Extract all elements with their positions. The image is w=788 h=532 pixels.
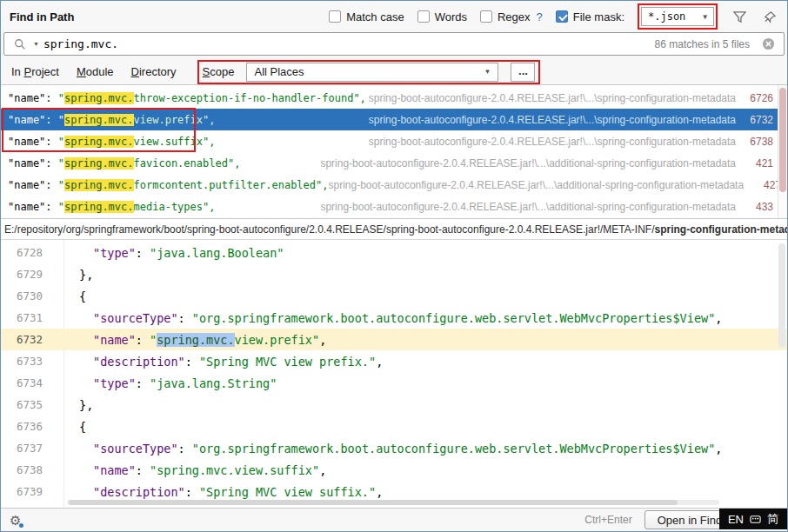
dialog-title: Find in Path bbox=[10, 10, 74, 23]
line-number: 6733 bbox=[1, 355, 53, 368]
match-highlight: spring.mvc. bbox=[64, 157, 133, 170]
settings-gear-icon[interactable]: ⚙ bbox=[10, 514, 21, 527]
result-line-number: 6738 bbox=[744, 136, 773, 148]
ime-en-label: EN bbox=[728, 513, 744, 526]
result-line-number: 433 bbox=[744, 201, 773, 213]
search-history-chevron-icon[interactable]: ▼ bbox=[33, 41, 39, 47]
match-highlight: spring.mvc. bbox=[64, 92, 133, 104]
line-number: 6732 bbox=[1, 333, 53, 346]
search-icon[interactable] bbox=[11, 36, 29, 53]
code-line-current[interactable]: 6732"name": "spring.mvc.view.prefix", bbox=[1, 329, 787, 350]
regex-help-link[interactable]: ? bbox=[537, 10, 543, 23]
line-number: 6729 bbox=[1, 268, 53, 281]
find-in-path-dialog: Find in Path Match case Words Regex ? Fi… bbox=[0, 0, 788, 532]
result-line-number: 421 bbox=[744, 157, 773, 170]
result-row[interactable]: "name": "spring.mvc.favicon.enabled", sp… bbox=[1, 152, 787, 174]
match-highlight: spring.mvc. bbox=[64, 179, 133, 191]
line-number: 6735 bbox=[1, 398, 53, 411]
results-scrollbar-thumb[interactable] bbox=[779, 88, 786, 192]
results-scrollbar[interactable] bbox=[778, 85, 787, 218]
result-row[interactable]: "name": "spring.mvc.view.suffix", spring… bbox=[1, 130, 787, 152]
file-mask-option[interactable]: File mask: bbox=[556, 10, 624, 23]
search-input[interactable]: ▼ spring.mvc. 86 matches in 5 files bbox=[3, 32, 785, 56]
horizontal-scrollbar-thumb[interactable] bbox=[69, 500, 678, 505]
code-preview[interactable]: 6728"type": "java.lang.Boolean" 6729}, 6… bbox=[1, 240, 787, 507]
match-case-label: Match case bbox=[346, 10, 404, 23]
match-case-checkbox[interactable] bbox=[329, 10, 341, 23]
regex-option[interactable]: Regex ? bbox=[480, 10, 543, 23]
code-line[interactable]: 6733"description": "Spring MVC view pref… bbox=[1, 350, 787, 372]
search-query-text[interactable]: spring.mvc. bbox=[43, 37, 118, 50]
preview-file-name: spring-configuration-metadata bbox=[654, 223, 787, 236]
result-summary: 86 matches in 5 files bbox=[655, 38, 755, 50]
filter-icon[interactable] bbox=[731, 8, 748, 25]
search-row: ▼ spring.mvc. 86 matches in 5 files bbox=[1, 32, 787, 59]
result-line-number: 6726 bbox=[744, 92, 773, 104]
scope-bar: In Project Module Directory Scope All Pl… bbox=[1, 59, 787, 85]
regex-checkbox[interactable] bbox=[480, 10, 492, 23]
line-number: 6730 bbox=[1, 289, 53, 303]
result-line-number: 6732 bbox=[744, 114, 773, 126]
regex-label: Regex bbox=[498, 10, 531, 23]
annotation-box-file-mask: *.json ▼ bbox=[638, 3, 718, 30]
code-line[interactable]: 6734"type": "java.lang.String" bbox=[1, 372, 787, 394]
clear-search-icon[interactable] bbox=[759, 36, 777, 53]
code-line[interactable]: 6731"sourceType": "org.springframework.b… bbox=[1, 307, 787, 329]
words-label: Words bbox=[435, 10, 467, 23]
ime-lang-label: 简 bbox=[767, 511, 778, 527]
match-highlight: spring.mvc. bbox=[64, 201, 133, 213]
horizontal-scrollbar[interactable] bbox=[67, 500, 719, 505]
file-mask-value: *.json bbox=[648, 10, 685, 23]
tab-scope[interactable]: Scope bbox=[203, 65, 235, 78]
result-file-path: spring-boot-autoconfigure-2.0.4.RELEASE.… bbox=[320, 201, 736, 213]
line-number: 6739 bbox=[1, 485, 53, 498]
result-row[interactable]: "name": "spring.mvc.media-types", spring… bbox=[1, 196, 787, 217]
preview-file-path: E:/repository/org/springframework/boot/s… bbox=[1, 219, 787, 240]
file-mask-checkbox[interactable] bbox=[556, 10, 568, 23]
match-case-option[interactable]: Match case bbox=[329, 10, 404, 23]
file-mask-dropdown[interactable]: *.json ▼ bbox=[641, 7, 714, 26]
code-line[interactable]: 6728"type": "java.lang.Boolean" bbox=[1, 242, 787, 263]
chevron-down-icon: ▼ bbox=[703, 13, 707, 21]
result-file-path: spring-boot-autoconfigure-2.0.4.RELEASE.… bbox=[329, 179, 745, 191]
code-line[interactable]: 6730{ bbox=[1, 285, 787, 307]
result-row[interactable]: "name": "spring.mvc.throw-exception-if-n… bbox=[1, 87, 787, 109]
result-file-path: spring-boot-autoconfigure-2.0.4.RELEASE.… bbox=[369, 114, 736, 126]
result-row[interactable]: "name": "spring.mvc.formcontent.putfilte… bbox=[1, 174, 787, 196]
line-number: 6738 bbox=[1, 463, 53, 476]
results-list: "name": "spring.mvc.throw-exception-if-n… bbox=[1, 85, 787, 219]
editor-scrollbar-thumb[interactable] bbox=[778, 243, 785, 348]
tab-in-project[interactable]: In Project bbox=[11, 65, 59, 78]
search-options: Match case Words Regex ? File mask: *.js… bbox=[329, 3, 778, 30]
scope-value: All Places bbox=[254, 65, 304, 78]
line-number: 6728 bbox=[1, 246, 53, 259]
annotation-box-scope: Scope All Places ▼ ... bbox=[197, 60, 541, 84]
code-line[interactable]: 6735}, bbox=[1, 394, 787, 416]
line-number: 6737 bbox=[1, 442, 53, 455]
dialog-header: Find in Path Match case Words Regex ? Fi… bbox=[1, 1, 787, 32]
words-checkbox[interactable] bbox=[417, 10, 430, 23]
result-file-path: spring-boot-autoconfigure-2.0.4.RELEASE.… bbox=[320, 157, 736, 170]
tab-module[interactable]: Module bbox=[77, 65, 114, 78]
line-number: 6736 bbox=[1, 420, 53, 433]
scope-more-button[interactable]: ... bbox=[511, 63, 535, 82]
match-highlight: spring.mvc. bbox=[64, 114, 133, 126]
result-file-path: spring-boot-autoconfigure-2.0.4.RELEASE.… bbox=[369, 92, 736, 104]
result-row-selected[interactable]: "name": "spring.mvc.view.prefix", spring… bbox=[1, 109, 787, 130]
shortcut-hint: Ctrl+Enter bbox=[584, 514, 631, 526]
scope-dropdown[interactable]: All Places ▼ bbox=[246, 63, 498, 82]
result-line-number: 427 bbox=[751, 179, 781, 191]
pin-icon[interactable] bbox=[761, 8, 778, 25]
footer-bar: ⚙ Ctrl+Enter Open in Find Window EN 简 bbox=[1, 508, 787, 531]
code-line[interactable]: 6729}, bbox=[1, 263, 787, 285]
code-line[interactable]: 6738"name": "spring.mvc.view.suffix", bbox=[1, 459, 787, 481]
line-number: 6734 bbox=[1, 376, 53, 389]
code-line[interactable]: 6736{ bbox=[1, 416, 787, 437]
words-option[interactable]: Words bbox=[417, 10, 467, 23]
code-line[interactable]: 6737"sourceType": "org.springframework.b… bbox=[1, 437, 787, 459]
chevron-down-icon: ▼ bbox=[484, 68, 491, 76]
ime-language-badge[interactable]: EN 简 bbox=[719, 509, 787, 529]
result-file-path: spring-boot-autoconfigure-2.0.4.RELEASE.… bbox=[369, 136, 736, 148]
ime-keyboard-icon bbox=[750, 514, 761, 525]
tab-directory[interactable]: Directory bbox=[131, 65, 177, 78]
